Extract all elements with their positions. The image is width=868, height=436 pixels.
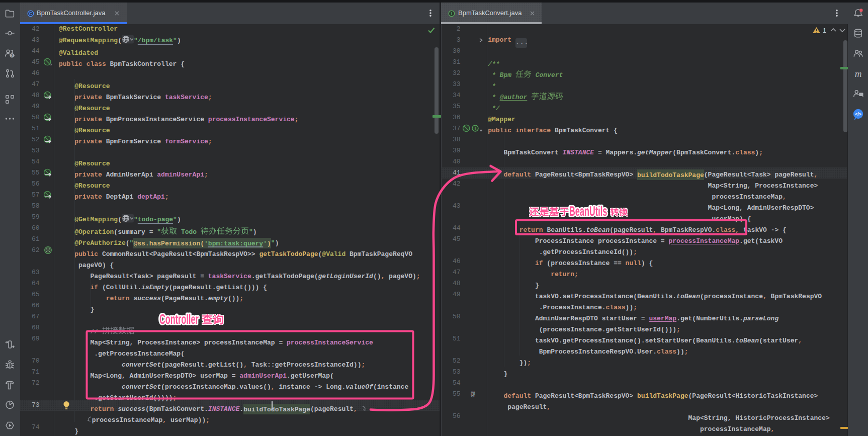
svg-text:I: I	[475, 126, 476, 131]
svg-text:1: 1	[823, 27, 826, 34]
svg-text:?: ?	[11, 53, 14, 58]
svg-text:I: I	[451, 11, 453, 16]
svg-text:</>: </>	[855, 112, 861, 117]
svg-text:m: m	[855, 69, 862, 79]
svg-text:C: C	[29, 11, 33, 16]
